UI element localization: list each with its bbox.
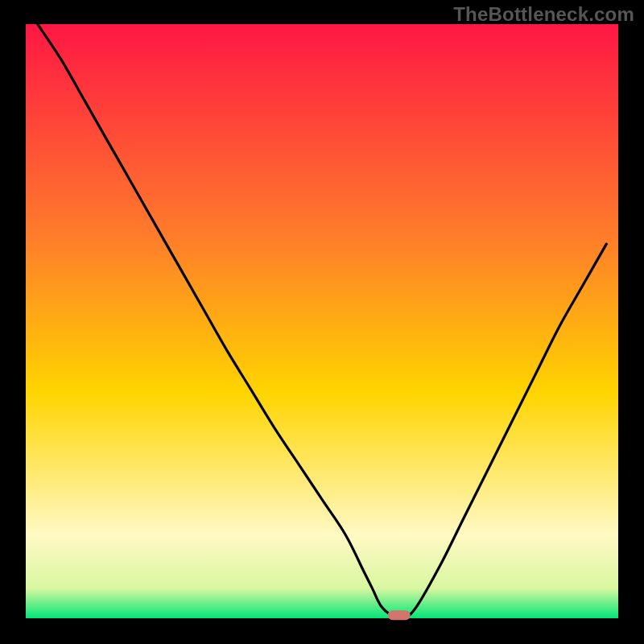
plot-background — [26, 24, 618, 618]
optimum-marker — [388, 610, 411, 620]
watermark-text: TheBottleneck.com — [453, 3, 634, 26]
bottleneck-chart — [0, 0, 644, 644]
chart-frame: TheBottleneck.com — [0, 0, 644, 644]
